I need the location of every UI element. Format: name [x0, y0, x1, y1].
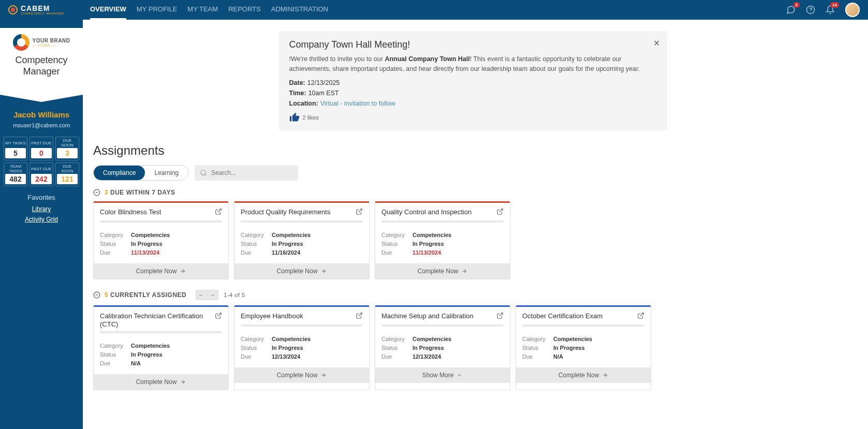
announce-time: Time:10am EST [289, 90, 657, 97]
user-email: msuser1@cabem.com [13, 122, 70, 128]
card-action-button[interactable]: Complete Now [94, 263, 228, 279]
card-status: In Progress [272, 241, 303, 247]
bell-badge: 14 [830, 2, 839, 8]
open-icon[interactable] [496, 208, 504, 215]
open-icon[interactable] [356, 312, 363, 319]
help-icon[interactable] [806, 5, 815, 14]
card-row: Color Blindness Test CategoryCompetencie… [93, 201, 852, 279]
assignment-card: Calibration Technician Certification (CT… [93, 305, 229, 391]
thumbs-up-icon [289, 112, 300, 123]
likes-row[interactable]: 2 likes [289, 112, 657, 123]
topnav-item-administration[interactable]: ADMINISTRATION [271, 0, 328, 20]
search-icon [200, 169, 207, 176]
arrow-right-icon [602, 372, 608, 378]
card-due: N/A [131, 360, 141, 366]
favorite-library[interactable]: Library [25, 205, 58, 213]
stat-past-due[interactable]: PAST DUE242 [30, 162, 53, 186]
cabem-logo-sub: COMPETENCY MANAGER [21, 12, 64, 15]
progress-bar [381, 324, 504, 327]
arrow-right-icon [180, 379, 186, 385]
topnav-item-my-team[interactable]: MY TEAM [187, 0, 218, 20]
announce-body: !We're thrilled to invite you to our Ann… [289, 54, 657, 74]
topnav-item-overview[interactable]: OVERVIEW [90, 0, 126, 20]
card-title: Calibration Technician Certification (CT… [100, 312, 212, 330]
card-action-button[interactable]: Complete Now [234, 263, 369, 279]
progress-bar [522, 324, 644, 327]
announce-location: Location:Virtual - invitation to follow [289, 100, 657, 107]
stat-team-tasks[interactable]: TEAM TASKS482 [4, 162, 27, 186]
assignment-card: Machine Setup and Calibration CategoryCo… [375, 305, 510, 391]
brand-text-line1: YOUR BRAND [33, 38, 70, 43]
chat-badge: 2 [793, 2, 800, 8]
card-category: Competencies [413, 336, 451, 342]
cabem-logo-text: CABEM [21, 5, 64, 12]
open-icon[interactable] [215, 208, 222, 215]
stat-due-soon[interactable]: DUE SOON3 [55, 137, 79, 160]
progress-bar [241, 220, 363, 223]
card-action-button[interactable]: Show More [375, 367, 510, 383]
topnav-items: OVERVIEWMY PROFILEMY TEAMREPORTSADMINIST… [90, 0, 328, 20]
progress-bar [241, 324, 363, 327]
topnav-item-reports[interactable]: REPORTS [228, 0, 261, 20]
collapse-icon[interactable] [93, 291, 100, 299]
sidebar: YOUR BRAND — LOGO — Competency Manager J… [0, 20, 83, 429]
stat-due-soon[interactable]: DUE SOON121 [55, 162, 79, 186]
assignment-card: Employee Handbook CategoryCompetencies S… [234, 305, 370, 391]
progress-bar [100, 331, 222, 333]
card-action-button[interactable]: Complete Now [516, 367, 651, 383]
card-status: In Progress [413, 345, 444, 351]
assignment-card: Color Blindness Test CategoryCompetencie… [93, 201, 229, 279]
chevron-down-icon [457, 372, 463, 378]
arrow-right-icon [180, 268, 186, 274]
open-icon[interactable] [496, 312, 504, 319]
tab-learning[interactable]: Learning [145, 166, 188, 180]
collapse-icon[interactable] [93, 189, 100, 196]
favorite-activity-grid[interactable]: Activity Grid [25, 216, 58, 223]
assignment-tabs: ComplianceLearning [93, 165, 188, 181]
tab-compliance[interactable]: Compliance [94, 166, 145, 180]
arrow-right-icon [320, 268, 327, 274]
card-category: Competencies [413, 232, 451, 238]
card-title: Quality Control and Inspection [381, 208, 472, 217]
card-action-button[interactable]: Complete Now [94, 374, 228, 390]
pager-prev[interactable]: ← [196, 290, 207, 300]
card-title: Machine Setup and Calibration [381, 312, 474, 321]
announce-title: Company Town Hall Meeting! [289, 39, 657, 50]
card-status: In Progress [413, 241, 444, 247]
group-header: 5 CURRENTLY ASSIGNED ← → 1-4 of 5 [93, 290, 852, 300]
card-title: Product Quality Requirements [241, 208, 330, 217]
card-row: Calibration Technician Certification (CT… [93, 305, 852, 391]
card-title: Color Blindness Test [100, 208, 161, 217]
stat-past-due[interactable]: PAST DUE0 [30, 137, 53, 160]
open-icon[interactable] [356, 208, 363, 215]
pager-next[interactable]: → [207, 290, 218, 300]
brand-ring-icon [13, 34, 30, 51]
top-navigation: CABEM COMPETENCY MANAGER OVERVIEWMY PROF… [0, 0, 868, 20]
card-action-button[interactable]: Complete Now [234, 367, 369, 383]
card-due: 11/13/2024 [413, 249, 441, 256]
cabem-logo-icon [8, 5, 18, 14]
card-category: Competencies [272, 232, 311, 238]
close-icon[interactable]: ✕ [653, 38, 660, 48]
card-status: In Progress [272, 345, 303, 351]
brand-logo: YOUR BRAND — LOGO — [0, 34, 83, 51]
chat-icon[interactable]: 2 [786, 5, 796, 14]
bell-icon[interactable]: 14 [826, 5, 835, 14]
app-title: Competency Manager [0, 55, 83, 77]
stat-grid: MY TASKS5PAST DUE0DUE SOON3TEAM TASKS482… [0, 137, 83, 186]
avatar[interactable] [845, 3, 860, 17]
search-input[interactable] [195, 165, 298, 181]
open-icon[interactable] [215, 312, 222, 319]
stat-my-tasks[interactable]: MY TASKS5 [4, 137, 27, 160]
open-icon[interactable] [637, 312, 644, 319]
arrow-right-icon [461, 268, 467, 274]
card-action-button[interactable]: Complete Now [375, 263, 510, 279]
card-category: Competencies [272, 336, 311, 342]
card-category: Competencies [131, 232, 170, 238]
card-due: 12/13/2024 [413, 353, 441, 360]
progress-bar [381, 220, 504, 223]
topnav-item-my-profile[interactable]: MY PROFILE [137, 0, 178, 20]
pager: ← → 1-4 of 5 [196, 290, 245, 300]
cabem-logo[interactable]: CABEM COMPETENCY MANAGER [8, 5, 82, 15]
svg-line-5 [205, 174, 207, 175]
